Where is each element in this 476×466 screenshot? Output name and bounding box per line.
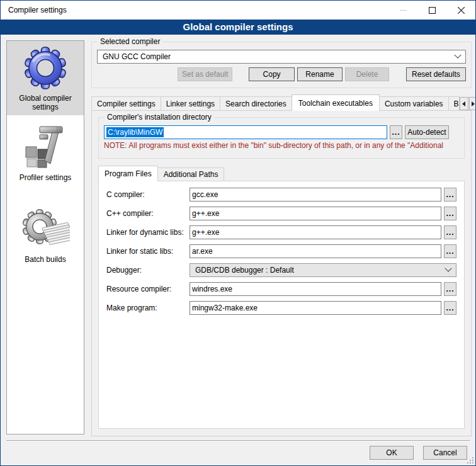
gray-gear-stack-icon xyxy=(21,205,70,253)
make-program-label: Make program: xyxy=(106,304,190,312)
close-icon xyxy=(458,7,465,14)
caliper-icon xyxy=(21,123,70,171)
tab-scroll-right-button[interactable] xyxy=(469,97,476,110)
rename-button[interactable]: Rename xyxy=(297,67,343,81)
make-program-input[interactable]: mingw32-make.exe xyxy=(190,301,441,315)
dynamic-linker-input[interactable]: g++.exe xyxy=(190,225,441,239)
cpp-compiler-label: C++ compiler: xyxy=(106,209,190,218)
blue-gear-icon xyxy=(21,44,70,92)
c-compiler-row: C compiler: gcc.exe ... xyxy=(106,188,456,202)
sidebar: Global compiler settings xyxy=(6,40,84,435)
cancel-button[interactable]: Cancel xyxy=(423,446,467,460)
make-program-row: Make program: mingw32-make.exe ... xyxy=(106,301,456,315)
debugger-row: Debugger: GDB/CDB debugger : Default xyxy=(106,263,456,277)
main-area: Selected compiler GNU GCC Compiler Set a… xyxy=(91,42,472,436)
debugger-select[interactable]: GDB/CDB debugger : Default xyxy=(190,263,456,277)
installation-directory-value: C:\raylib\MinGW xyxy=(106,127,164,137)
resource-compiler-label: Resource compiler: xyxy=(106,285,190,293)
tab-build-options[interactable]: Build xyxy=(448,96,460,110)
installation-directory-group: Compiler's installation directory C:\ray… xyxy=(98,117,465,159)
chevron-down-icon xyxy=(445,265,451,272)
window-controls xyxy=(388,1,475,20)
dynamic-linker-value: g++.exe xyxy=(192,228,219,237)
reset-defaults-button[interactable]: Reset defaults xyxy=(406,67,466,81)
delete-button[interactable]: Delete xyxy=(345,67,388,81)
cpp-compiler-value: g++.exe xyxy=(192,209,219,218)
make-program-value: mingw32-make.exe xyxy=(192,304,258,312)
toolchain-executables-panel: Compiler's installation directory C:\ray… xyxy=(91,110,472,436)
dynamic-linker-browse-button[interactable]: ... xyxy=(444,225,456,239)
settings-tabstrip: Compiler settings Linker settings Search… xyxy=(91,94,472,110)
footer-separator xyxy=(6,440,470,441)
maximize-icon xyxy=(429,7,436,14)
installation-directory-group-label: Compiler's installation directory xyxy=(105,113,214,122)
program-files-page: C compiler: gcc.exe ... C++ compiler: g+… xyxy=(98,181,465,429)
dialog-header: Global compiler settings xyxy=(1,20,475,35)
chevron-down-icon xyxy=(454,52,461,59)
static-linker-label: Linker for static libs: xyxy=(106,247,190,256)
sidebar-item-label: Global compiler settings xyxy=(8,94,82,111)
dialog-body: Global compiler settings xyxy=(1,35,475,465)
installation-directory-browse-button[interactable]: ... xyxy=(390,125,402,139)
cpp-compiler-browse-button[interactable]: ... xyxy=(444,207,456,220)
static-linker-row: Linker for static libs: ar.exe ... xyxy=(106,244,456,258)
tab-compiler-settings[interactable]: Compiler settings xyxy=(91,96,161,110)
cpp-compiler-input[interactable]: g++.exe xyxy=(190,207,441,220)
c-compiler-browse-button[interactable]: ... xyxy=(444,188,456,202)
debugger-value: GDB/CDB debugger : Default xyxy=(195,266,294,275)
tab-linker-settings[interactable]: Linker settings xyxy=(161,96,220,110)
minimize-icon xyxy=(400,10,407,11)
footer-buttons: OK Cancel xyxy=(370,446,467,460)
arrow-left-icon xyxy=(462,101,465,106)
resource-compiler-row: Resource compiler: windres.exe ... xyxy=(106,282,456,296)
auto-detect-button[interactable]: Auto-detect xyxy=(405,125,449,139)
installation-note: NOTE: All programs must exist either in … xyxy=(104,141,459,150)
installation-directory-input[interactable]: C:\raylib\MinGW xyxy=(104,125,387,139)
resource-compiler-value: windres.exe xyxy=(192,285,232,293)
static-linker-value: ar.exe xyxy=(192,247,213,256)
c-compiler-value: gcc.exe xyxy=(192,190,218,199)
cpp-compiler-row: C++ compiler: g++.exe ... xyxy=(106,207,456,220)
compiler-settings-dialog: Compiler settings Global compiler settin… xyxy=(0,0,476,466)
make-program-browse-button[interactable]: ... xyxy=(444,301,456,315)
static-linker-browse-button[interactable]: ... xyxy=(444,244,456,258)
compiler-select[interactable]: GNU GCC Compiler xyxy=(97,50,466,64)
tab-additional-paths[interactable]: Additional Paths xyxy=(157,168,225,181)
ok-button[interactable]: OK xyxy=(370,446,414,460)
tab-search-directories[interactable]: Search directories xyxy=(220,96,292,110)
programs-tabstrip: Program Files Additional Paths xyxy=(98,165,471,181)
minimize-button[interactable] xyxy=(388,1,417,20)
c-compiler-label: C compiler: xyxy=(106,190,190,199)
c-compiler-input[interactable]: gcc.exe xyxy=(190,188,441,202)
sidebar-item-profiler-settings[interactable]: Profiler settings xyxy=(7,120,84,186)
installation-directory-row: C:\raylib\MinGW ... Auto-detect xyxy=(104,125,459,139)
debugger-label: Debugger: xyxy=(106,266,190,275)
resource-compiler-input[interactable]: windres.exe xyxy=(190,282,441,296)
close-button[interactable] xyxy=(446,1,475,20)
tab-custom-variables[interactable]: Custom variables xyxy=(379,96,449,110)
maximize-button[interactable] xyxy=(417,1,446,20)
set-as-default-button[interactable]: Set as default xyxy=(178,67,232,81)
sidebar-item-batch-builds[interactable]: Batch builds xyxy=(7,202,84,268)
selected-compiler-group: Selected compiler GNU GCC Compiler Set a… xyxy=(91,42,472,88)
resize-grip[interactable] xyxy=(467,457,473,463)
dynamic-linker-label: Linker for dynamic libs: xyxy=(106,228,190,237)
compiler-buttons-row: Set as default Copy Rename Delete Reset … xyxy=(97,67,466,81)
copy-button[interactable]: Copy xyxy=(249,67,294,81)
tab-program-files[interactable]: Program Files xyxy=(98,166,158,181)
compiler-select-value: GNU GCC Compiler xyxy=(103,52,171,61)
selected-compiler-group-label: Selected compiler xyxy=(98,37,162,46)
dynamic-linker-row: Linker for dynamic libs: g++.exe ... xyxy=(106,225,456,239)
sidebar-item-global-compiler-settings[interactable]: Global compiler settings xyxy=(7,41,84,115)
window-title: Compiler settings xyxy=(1,6,67,14)
titlebar: Compiler settings xyxy=(1,1,475,20)
resource-compiler-browse-button[interactable]: ... xyxy=(444,282,456,296)
tab-scroll-buttons xyxy=(459,97,476,110)
tab-scroll-left-button[interactable] xyxy=(460,97,468,110)
sidebar-item-label: Batch builds xyxy=(25,255,65,264)
tab-toolchain-executables[interactable]: Toolchain executables xyxy=(292,94,380,111)
sidebar-item-label: Profiler settings xyxy=(20,173,72,182)
static-linker-input[interactable]: ar.exe xyxy=(190,244,441,258)
arrow-right-icon xyxy=(472,101,475,106)
